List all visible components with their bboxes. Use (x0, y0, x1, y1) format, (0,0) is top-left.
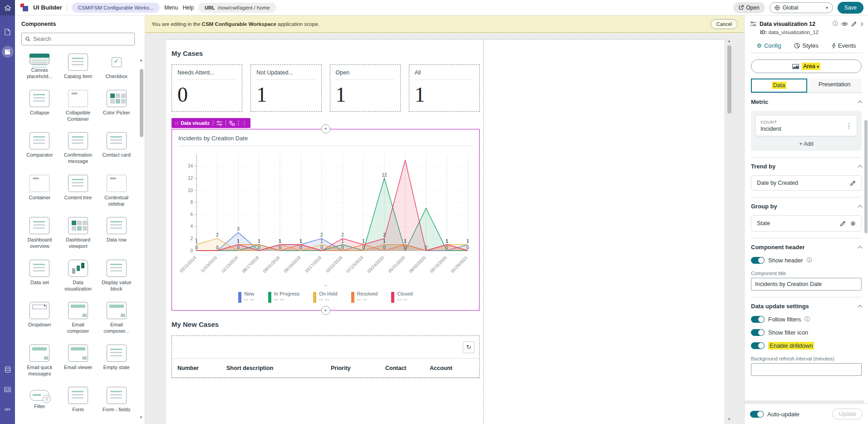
drag-handle-icon[interactable]: ∷ (175, 121, 177, 126)
add-component-below-button[interactable]: + (321, 306, 330, 315)
kebab-menu-icon[interactable]: ⋮ (242, 120, 247, 126)
search-input[interactable] (33, 36, 131, 42)
tab-styles[interactable]: Styles (788, 39, 825, 53)
legend-item[interactable]: Closed-- -- (391, 291, 412, 303)
components-scrollbar[interactable] (140, 56, 143, 292)
tree-icon[interactable] (229, 121, 235, 126)
component-item[interactable]: Data row (98, 217, 135, 250)
component-title-input[interactable] (751, 278, 862, 291)
code-icon[interactable]: </> (0, 399, 15, 419)
legend-item[interactable]: On Hold-- -- (313, 291, 337, 303)
component-item[interactable]: Data visualization (60, 260, 97, 292)
component-item[interactable]: Content tree (60, 175, 97, 207)
pencil-icon[interactable] (840, 221, 846, 227)
column-header[interactable]: Number (172, 365, 221, 371)
metric-section-header[interactable]: Metric (751, 99, 862, 105)
update-button[interactable]: Update (832, 409, 863, 419)
component-item[interactable]: Dashboard viewport (60, 217, 97, 250)
column-header[interactable]: Priority (325, 365, 380, 371)
remove-icon[interactable]: ⊗ (850, 220, 856, 227)
legend-item[interactable]: New-- -- (238, 291, 255, 303)
component-item[interactable]: Email quick messages (21, 345, 58, 377)
enable-drilldown-toggle[interactable] (751, 342, 765, 349)
help-button[interactable]: Help (182, 5, 194, 11)
area-chart[interactable]: 0246810121431121111112121111111111111112… (178, 149, 473, 285)
data-resources-icon[interactable] (0, 360, 15, 380)
info-icon[interactable]: ⓘ (807, 256, 812, 264)
tab-config[interactable]: ⚙Config (750, 39, 788, 53)
data-visualization-component[interactable]: ∷ Data visualiz ⋮ + Inc (172, 129, 480, 311)
group-by-header[interactable]: Group by (751, 203, 862, 210)
component-item[interactable]: Comparator (21, 132, 58, 165)
component-item[interactable]: Email composer (60, 302, 97, 335)
scope-select[interactable]: Global ▾ (770, 2, 833, 13)
menu-button[interactable]: Menu (164, 5, 178, 11)
refresh-interval-input[interactable] (751, 363, 862, 376)
open-button[interactable]: Open (733, 2, 765, 13)
refresh-icon[interactable]: ↻ (463, 341, 475, 353)
component-item[interactable]: Contextual sidebar (98, 175, 135, 207)
component-item[interactable]: Data set (21, 260, 58, 292)
trend-by-header[interactable]: Trend by (751, 163, 862, 170)
component-item[interactable]: Contact card (98, 132, 135, 165)
viz-type-select[interactable]: Area ▾ (751, 59, 862, 73)
eye-icon[interactable] (841, 22, 848, 26)
component-item[interactable]: Collapse (21, 90, 58, 123)
component-item[interactable]: Catalog Item (60, 54, 97, 80)
case-summary-card[interactable]: Open1 (330, 64, 401, 112)
component-item[interactable]: Empty state (98, 345, 135, 377)
component-item[interactable]: Display value block (98, 260, 135, 292)
configure-icon[interactable] (216, 121, 222, 126)
case-summary-card[interactable]: Needs Attent...0 (172, 64, 242, 112)
component-item[interactable]: Canvas placehold... (21, 54, 58, 80)
component-item[interactable]: Container (21, 175, 58, 207)
component-item[interactable]: Filter (21, 387, 58, 413)
component-item[interactable]: Collapsible Container (60, 90, 97, 123)
home-icon[interactable] (0, 0, 15, 15)
experience-tab[interactable]: CSM/FSM Configurable Works... (72, 3, 160, 13)
add-component-above-button[interactable]: + (321, 124, 330, 133)
component-search[interactable] (21, 33, 135, 45)
component-item[interactable]: Email viewer (60, 345, 97, 377)
group-by-field[interactable]: State ⊗ (751, 215, 862, 232)
collapse-panel-icon[interactable] (859, 22, 863, 25)
show-header-toggle[interactable] (751, 257, 765, 264)
canvas-scrollbar[interactable]: ▲ ▼ (726, 39, 732, 421)
add-metric-button[interactable]: + Add (799, 141, 813, 147)
trend-by-field[interactable]: Date by Created (751, 175, 862, 191)
component-item[interactable]: Dashboard overview (21, 217, 58, 250)
show-filter-icon-toggle[interactable] (751, 329, 765, 336)
column-header[interactable]: Account (424, 365, 474, 371)
inspector-scrollbar[interactable] (864, 120, 868, 233)
info-icon[interactable]: ⓘ (804, 316, 810, 323)
component-item[interactable]: Form - fields (98, 387, 135, 413)
info-icon[interactable]: ⓘ (833, 20, 838, 28)
component-item[interactable]: Checkbox (98, 54, 135, 80)
data-update-header[interactable]: Data update settings (751, 303, 862, 310)
component-item[interactable]: Color Picker (98, 90, 135, 123)
url-bar[interactable]: URL /now/cwf/agent / home (198, 3, 276, 13)
save-button[interactable]: Save (838, 2, 863, 14)
legend-item[interactable]: In Progress-- -- (268, 291, 299, 303)
column-header[interactable]: Short description (221, 365, 325, 371)
component-header-header[interactable]: Component header (751, 244, 862, 251)
tab-events[interactable]: Events (825, 39, 863, 53)
pencil-icon[interactable] (851, 21, 857, 27)
metric-card[interactable]: COUNT Incident ⋮ (755, 115, 857, 136)
case-summary-card[interactable]: Not Updated...1 (250, 64, 321, 112)
legend-item[interactable]: Resolved-- -- (351, 291, 378, 303)
cancel-button[interactable]: Cancel (711, 19, 738, 29)
scroll-down-icon[interactable]: ▼ (139, 415, 143, 419)
component-item[interactable]: Dropdown (21, 302, 58, 335)
metric-kebab-icon[interactable]: ⋮ (846, 122, 852, 129)
component-item[interactable]: Confirmation message (60, 132, 97, 165)
pencil-icon[interactable] (850, 180, 856, 186)
subtab-data[interactable]: Data (751, 79, 807, 93)
auto-update-toggle[interactable] (750, 411, 764, 418)
follow-filters-toggle[interactable] (751, 316, 765, 323)
components-icon[interactable] (0, 42, 15, 62)
column-header[interactable]: Contact (380, 365, 424, 371)
component-item[interactable]: Form (60, 387, 97, 413)
pages-icon[interactable] (0, 22, 15, 42)
case-summary-card[interactable]: All1 (409, 64, 480, 112)
